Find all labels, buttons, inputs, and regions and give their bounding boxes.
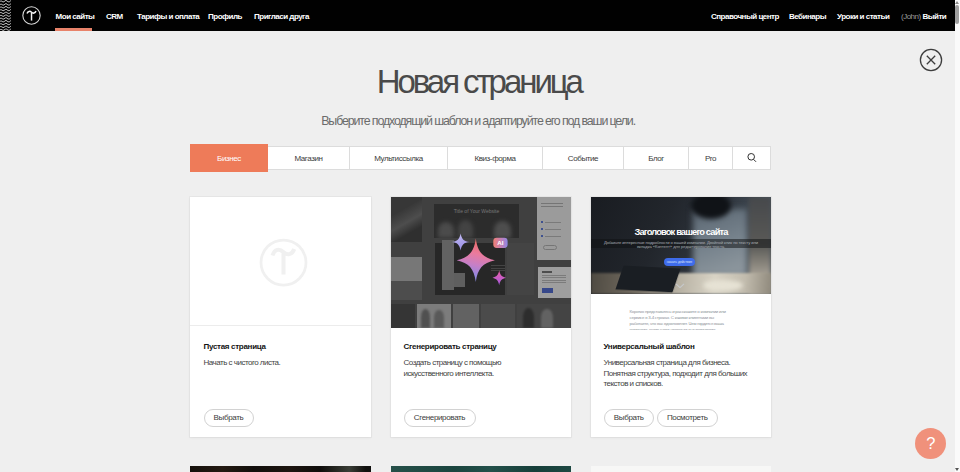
svg-text:AI: AI	[497, 239, 503, 246]
